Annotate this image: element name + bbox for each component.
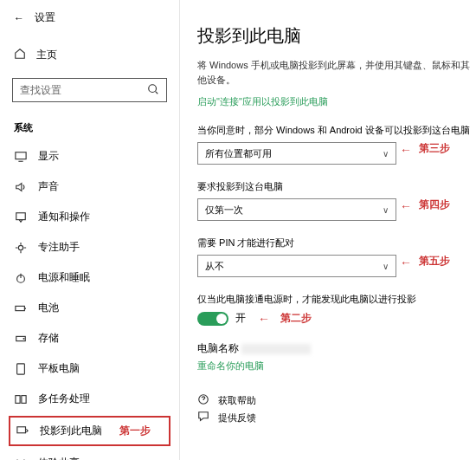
svg-rect-8 (17, 363, 25, 373)
header-title: 设置 (35, 10, 55, 25)
settings-content: 投影到此电脑 将 Windows 手机或电脑投影到此屏幕，并使用其键盘、鼠标和其… (197, 0, 476, 460)
battery-icon (14, 302, 28, 314)
dropdown-ask[interactable]: 仅第一次∨ (197, 198, 396, 221)
settings-sidebar: ← 设置 主页 查找设置 系统 显示 声音 通知和操作 专注助手 电源和睡眠 电… (0, 0, 180, 460)
home-icon (14, 48, 26, 62)
chevron-down-icon: ∨ (383, 149, 389, 159)
svg-point-3 (18, 245, 23, 249)
dropdown-pin[interactable]: 从不∨ (197, 255, 396, 277)
setting-label-2: 要求投影到这台电脑 (197, 180, 476, 193)
sidebar-item-focus[interactable]: 专注助手 (0, 232, 179, 262)
svg-point-7 (23, 338, 24, 339)
setting-label-1: 当你同意时，部分 Windows 和 Android 设备可以投影到这台电脑 (197, 124, 476, 137)
sidebar-item-battery[interactable]: 电池 (0, 293, 179, 323)
rename-pc-link[interactable]: 重命名你的电脑 (197, 360, 476, 373)
display-icon (14, 151, 28, 163)
search-input[interactable]: 查找设置 (12, 78, 167, 102)
home-label: 主页 (36, 48, 57, 62)
sidebar-item-label: 电池 (38, 301, 59, 315)
sidebar-item-label: 投影到此电脑 (40, 424, 102, 438)
sidebar-item-project[interactable]: 投影到此电脑第一步 (9, 416, 170, 446)
dropdown-value: 仅第一次 (205, 204, 243, 217)
sidebar-item-label: 声音 (38, 179, 59, 194)
page-title: 投影到此电脑 (197, 0, 476, 58)
svg-rect-11 (17, 426, 26, 432)
sidebar-item-label: 平板电脑 (38, 361, 80, 376)
header: ← 设置 (0, 0, 179, 36)
feedback-icon (197, 411, 209, 424)
sidebar-item-label: 通知和操作 (38, 210, 90, 224)
chevron-down-icon: ∨ (383, 262, 389, 271)
storage-icon (14, 333, 28, 345)
multitask-icon (14, 393, 28, 405)
sidebar-item-label: 显示 (38, 149, 59, 164)
search-placeholder: 查找设置 (20, 83, 61, 98)
sidebar-item-storage[interactable]: 存储 (0, 323, 179, 353)
step-5-label: 第五步 (419, 254, 450, 269)
step-2-label: 第二步 (280, 311, 312, 326)
setting-row-4: 仅当此电脑接通电源时，才能发现此电脑以进行投影 开 ← 第二步 (197, 293, 476, 326)
setting-row-1: 当你同意时，部分 Windows 和 Android 设备可以投影到这台电脑 所… (197, 124, 476, 165)
sidebar-item-label: 电源和睡眠 (38, 270, 90, 285)
pc-name-row: 电脑名称 (197, 341, 476, 356)
sidebar-item-label: 多任务处理 (38, 392, 90, 406)
sidebar-item-display[interactable]: 显示 (0, 141, 179, 172)
svg-rect-10 (22, 395, 26, 403)
sidebar-item-power[interactable]: 电源和睡眠 (0, 262, 179, 293)
dropdown-availability[interactable]: 所有位置都可用∨ (197, 142, 396, 165)
search-icon (147, 83, 159, 98)
pc-name-label: 电脑名称 (197, 342, 239, 354)
sidebar-item-label: 体验共享 (38, 456, 80, 460)
sidebar-item-sound[interactable]: 声音 (0, 172, 179, 202)
group-system: 系统 (0, 114, 179, 141)
pc-name-value (241, 344, 311, 354)
get-help-link[interactable]: 获取帮助 (197, 393, 476, 407)
feedback-link[interactable]: 提供反馈 (197, 411, 476, 424)
arrow-annotation: ← (400, 256, 412, 269)
help-label: 获取帮助 (218, 394, 256, 407)
sidebar-item-tablet[interactable]: 平板电脑 (0, 353, 179, 384)
setting-label-3: 需要 PIN 才能进行配对 (197, 236, 476, 249)
notification-icon (14, 211, 28, 224)
project-icon (16, 425, 29, 437)
chevron-down-icon: ∨ (383, 205, 389, 215)
svg-rect-9 (16, 395, 20, 403)
back-button[interactable]: ← (14, 12, 24, 24)
sound-icon (14, 181, 28, 193)
toggle-state: 开 (235, 311, 246, 326)
setting-row-2: 要求投影到这台电脑 仅第一次∨ ← 第四步 (197, 180, 476, 221)
power-toggle[interactable] (197, 312, 228, 326)
svg-rect-5 (16, 306, 25, 310)
sidebar-item-share[interactable]: 体验共享 (0, 448, 179, 460)
tablet-icon (14, 363, 28, 375)
step-3-label: 第三步 (419, 141, 450, 156)
svg-rect-1 (16, 152, 26, 159)
sidebar-item-label: 专注助手 (38, 240, 80, 255)
step-1-label: 第一步 (119, 424, 151, 438)
arrow-annotation: ← (400, 143, 412, 157)
home-nav[interactable]: 主页 (0, 39, 179, 71)
arrow-annotation: ← (258, 312, 270, 326)
dropdown-value: 从不 (205, 260, 224, 273)
feedback-label: 提供反馈 (218, 411, 256, 424)
arrow-annotation: ← (400, 199, 412, 213)
svg-point-0 (149, 84, 157, 92)
step-4-label: 第四步 (419, 198, 450, 212)
svg-rect-2 (16, 212, 26, 219)
help-icon (197, 393, 209, 407)
page-description: 将 Windows 手机或电脑投影到此屏幕，并使用其键盘、鼠标和其他设备。 (197, 58, 476, 87)
share-icon (14, 457, 28, 461)
launch-connect-link[interactable]: 启动"连接"应用以投影到此电脑 (197, 95, 476, 108)
power-icon (14, 272, 28, 284)
sidebar-item-label: 存储 (38, 331, 59, 346)
dropdown-value: 所有位置都可用 (205, 147, 272, 160)
sidebar-item-notifications[interactable]: 通知和操作 (0, 202, 179, 232)
focus-icon (14, 242, 28, 254)
sidebar-item-multitask[interactable]: 多任务处理 (0, 384, 179, 414)
setting-label-4: 仅当此电脑接通电源时，才能发现此电脑以进行投影 (197, 293, 476, 306)
setting-row-3: 需要 PIN 才能进行配对 从不∨ ← 第五步 (197, 236, 476, 277)
